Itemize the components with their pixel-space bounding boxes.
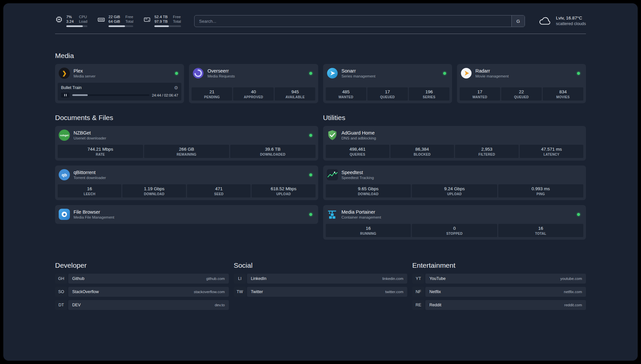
stat-download: 9.65 Gbps DOWNLOAD bbox=[326, 184, 411, 197]
service-subtitle: Container management bbox=[342, 215, 381, 219]
bookmark-abbr: NF bbox=[412, 287, 424, 297]
bookmark-url: stackoverflow.com bbox=[194, 290, 225, 294]
disk-resource-widget: 52.4 TB 97.9 TB Free Total bbox=[143, 15, 181, 27]
bookmark-stackoverflow[interactable]: SO StackOverflow stackoverflow.com bbox=[55, 287, 229, 297]
memory-free-label: Free bbox=[125, 15, 133, 19]
disk-free-label: Free bbox=[173, 15, 181, 19]
bookmark-url: twitter.com bbox=[385, 290, 403, 294]
disk-icon bbox=[143, 15, 151, 23]
stat-remaining: 266 GB REMAINING bbox=[144, 145, 229, 158]
playback-time: 24:44 / 02:06:47 bbox=[152, 93, 178, 97]
service-card-plex[interactable]: ❯ Plex Media server Bullet Train ⚙ bbox=[55, 64, 184, 103]
portainer-icon bbox=[327, 209, 338, 220]
bookmark-dev[interactable]: DT DEV dev.to bbox=[55, 300, 229, 310]
search-input[interactable] bbox=[195, 15, 511, 27]
service-name: AdGuard Home bbox=[342, 130, 376, 136]
status-dot bbox=[309, 173, 312, 176]
bookmark-url: reddit.com bbox=[564, 303, 582, 307]
status-dot bbox=[175, 72, 178, 75]
speedtest-icon bbox=[327, 169, 338, 180]
overseerr-icon bbox=[193, 68, 204, 79]
section-utilities: Utilities bbox=[323, 114, 586, 240]
stat-wanted: 485 WANTED bbox=[326, 87, 366, 101]
stat-rate: 744.21 Mbps RATE bbox=[58, 145, 143, 158]
bookmark-url: github.com bbox=[206, 277, 225, 281]
service-subtitle: Media Requests bbox=[207, 74, 235, 78]
media-section-title: Media bbox=[55, 52, 586, 60]
bookmark-group-entertainment: Entertainment YT YouTube youtube.com NF … bbox=[412, 261, 586, 313]
bookmark-name: Twitter bbox=[251, 289, 263, 294]
service-card-radarr[interactable]: Radarr Movie management 17 WANTED 22 QUE… bbox=[457, 64, 586, 103]
service-card-sonarr[interactable]: Sonarr Series management 485 WANTED 17 Q… bbox=[323, 64, 452, 103]
service-card-qbittorrent[interactable]: qb qBittorrent Torrent downloader 16 LEE… bbox=[55, 166, 318, 200]
memory-total-value: 64 GiB bbox=[108, 19, 120, 24]
service-subtitle: Media File Management bbox=[74, 215, 114, 219]
bookmark-reddit[interactable]: RE Reddit reddit.com bbox=[412, 300, 586, 310]
weather-location: Lviv, 16.87°C bbox=[556, 15, 586, 20]
stat-seed: 471 SEED bbox=[187, 184, 251, 197]
status-dot bbox=[309, 213, 312, 216]
filebrowser-icon bbox=[59, 209, 70, 220]
memory-free-value: 22 GiB bbox=[108, 15, 120, 19]
bookmark-github[interactable]: GH Github github.com bbox=[55, 274, 229, 284]
disk-progress-bar bbox=[154, 25, 181, 27]
service-name: Plex bbox=[74, 68, 95, 74]
service-name: File Browser bbox=[74, 209, 114, 215]
service-name: Sonarr bbox=[342, 68, 376, 74]
stat-ping: 0.993 ms PING bbox=[498, 184, 584, 197]
service-subtitle: Speedtest Tracking bbox=[342, 176, 374, 180]
stat-queued: 17 QUEUED bbox=[367, 87, 408, 101]
bookmark-group-social: Social LI LinkedIn linkedin.com TW Twitt… bbox=[234, 261, 408, 300]
bookmark-url: dev.to bbox=[215, 303, 225, 307]
status-dot bbox=[443, 72, 446, 75]
bookmark-netflix[interactable]: NF Netflix netflix.com bbox=[412, 287, 586, 297]
stat-download: 1.19 Gbps DOWNLOAD bbox=[122, 184, 186, 197]
bookmark-abbr: TW bbox=[234, 287, 246, 297]
search-provider-button[interactable]: G bbox=[511, 15, 525, 27]
bookmark-linkedin[interactable]: LI LinkedIn linkedin.com bbox=[234, 274, 408, 284]
service-card-speedtest[interactable]: Speedtest Speedtest Tracking 9.65 Gbps D… bbox=[323, 166, 586, 200]
stat-available: 945 AVAILABLE bbox=[275, 87, 315, 101]
bookmark-name: YouTube bbox=[429, 276, 445, 281]
cloud-icon bbox=[538, 15, 552, 26]
service-subtitle: Series management bbox=[342, 74, 376, 78]
stat-upload: 618.52 Mbps UPLOAD bbox=[252, 184, 315, 197]
service-card-portainer[interactable]: Media Portainer Container management 16 … bbox=[323, 205, 586, 240]
stat-running: 16 RUNNING bbox=[326, 224, 411, 237]
stat-approved: 40 APPROVED bbox=[233, 87, 274, 101]
bookmark-name: LinkedIn bbox=[251, 276, 266, 281]
search-bar: G bbox=[194, 15, 525, 27]
bookmark-url: linkedin.com bbox=[382, 277, 403, 281]
plex-now-playing-widget: Bullet Train ⚙ 24:44 / 02:06:47 bbox=[58, 83, 181, 101]
bookmark-abbr: SO bbox=[55, 287, 67, 297]
service-name: Speedtest bbox=[342, 170, 374, 175]
cpu-icon bbox=[55, 15, 63, 23]
memory-progress-bar bbox=[108, 25, 133, 27]
header-divider bbox=[55, 34, 586, 34]
playback-progress-bar[interactable] bbox=[72, 94, 149, 96]
bookmark-twitter[interactable]: TW Twitter twitter.com bbox=[234, 287, 408, 297]
bookmark-youtube[interactable]: YT YouTube youtube.com bbox=[412, 274, 586, 284]
stat-series: 196 SERIES bbox=[409, 87, 449, 101]
service-card-overseerr[interactable]: Overseerr Media Requests 21 PENDING 40 A… bbox=[189, 64, 318, 103]
service-card-adguard[interactable]: AdGuard Home DNS and adblocking 498,461 … bbox=[323, 126, 586, 161]
service-card-filebrowser[interactable]: File Browser Media File Management bbox=[55, 205, 318, 224]
cpu-resource-widget: 7% 3.24 CPU Load bbox=[55, 15, 87, 27]
pause-button[interactable] bbox=[61, 93, 70, 98]
stat-downloaded: 39.6 TB DOWNLOADED bbox=[230, 145, 316, 158]
bookmark-name: Reddit bbox=[429, 303, 441, 307]
service-name: Media Portainer bbox=[342, 209, 381, 215]
weather-widget: Lviv, 16.87°C scattered clouds bbox=[538, 15, 586, 26]
gear-icon[interactable]: ⚙ bbox=[174, 85, 178, 90]
bookmark-abbr: YT bbox=[412, 274, 424, 284]
bookmark-name: Netflix bbox=[429, 289, 441, 294]
qbittorrent-icon: qb bbox=[59, 169, 70, 180]
adguard-icon bbox=[327, 130, 338, 141]
bookmark-name: Github bbox=[72, 276, 84, 281]
radarr-icon bbox=[461, 68, 472, 79]
status-dot bbox=[577, 72, 580, 75]
resource-widgets: 7% 3.24 CPU Load bbox=[55, 15, 181, 27]
bookmark-name: DEV bbox=[72, 303, 81, 307]
weather-condition: scattered clouds bbox=[556, 21, 586, 26]
service-card-nzbget[interactable]: nzbget NZBGet Usenet downloader 744.21 M… bbox=[55, 126, 318, 161]
